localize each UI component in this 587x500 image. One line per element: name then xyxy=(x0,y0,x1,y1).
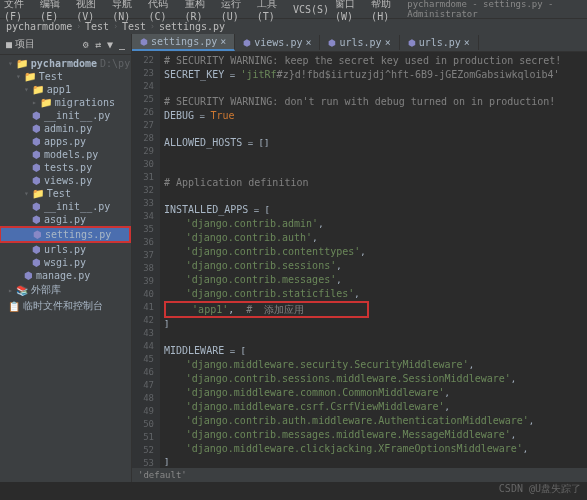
python-icon: ⬢ xyxy=(32,136,41,147)
gear-icon[interactable]: ⚙ ⇄ ▼ ⎯ xyxy=(83,39,125,50)
python-icon: ⬢ xyxy=(408,38,416,48)
tab-views[interactable]: ⬢views.py× xyxy=(235,35,320,50)
close-icon[interactable]: × xyxy=(464,37,470,48)
tree-file[interactable]: ⬢apps.py xyxy=(0,135,131,148)
tree-folder-test[interactable]: ▾📁Test xyxy=(0,70,131,83)
menu-run[interactable]: 运行(U) xyxy=(221,0,251,22)
tree-file[interactable]: ⬢urls.py xyxy=(0,243,131,256)
tree-root[interactable]: ▾📁pycharmdome D:\pycharmdome xyxy=(0,57,131,70)
menu-code[interactable]: 代码(C) xyxy=(148,0,178,22)
menu-edit[interactable]: 编辑(E) xyxy=(40,0,70,22)
folder-icon: 📁 xyxy=(40,97,52,108)
close-icon[interactable]: × xyxy=(220,36,226,47)
tree-file[interactable]: ⬢__init__.py xyxy=(0,109,131,122)
python-icon: ⬢ xyxy=(243,38,251,48)
tab-urls2[interactable]: ⬢urls.py× xyxy=(400,35,479,50)
python-icon: ⬢ xyxy=(328,38,336,48)
tree-folder-test2[interactable]: ▾📁Test xyxy=(0,187,131,200)
tree-folder-app1[interactable]: ▾📁app1 xyxy=(0,83,131,96)
menubar: 文件(F) 编辑(E) 视图(V) 导航(N) 代码(C) 重构(R) 运行(U… xyxy=(0,0,587,18)
folder-icon: 📁 xyxy=(32,84,44,95)
editor-pane: ⬢settings.py× ⬢views.py× ⬢urls.py× ⬢urls… xyxy=(132,34,587,482)
watermark: CSDN @U盘失踪了 xyxy=(499,482,581,496)
tree-file[interactable]: ⬢manage.py xyxy=(0,269,131,282)
menu-file[interactable]: 文件(F) xyxy=(4,0,34,22)
python-icon: ⬢ xyxy=(24,270,33,281)
python-icon: ⬢ xyxy=(32,162,41,173)
tree-file[interactable]: ⬢views.py xyxy=(0,174,131,187)
folder-icon: 📁 xyxy=(16,58,28,69)
project-label: ■ xyxy=(6,39,12,50)
python-icon: ⬢ xyxy=(32,175,41,186)
tree-file[interactable]: ⬢asgi.py xyxy=(0,213,131,226)
sidebar-header: ■ 项目⚙ ⇄ ▼ ⎯ xyxy=(0,34,131,55)
menu-refactor[interactable]: 重构(R) xyxy=(185,0,215,22)
close-icon[interactable]: × xyxy=(385,37,391,48)
folder-icon: 📁 xyxy=(24,71,36,82)
breadcrumb-item[interactable]: Test xyxy=(122,21,146,32)
python-icon: ⬢ xyxy=(32,244,41,255)
highlighted-file-box: ⬢settings.py xyxy=(0,226,131,243)
tree-file-settings[interactable]: ⬢settings.py xyxy=(1,228,129,241)
status-path: 'default' xyxy=(132,468,587,482)
project-sidebar: ■ 项目⚙ ⇄ ▼ ⎯ ▾📁pycharmdome D:\pycharmdome… xyxy=(0,34,132,482)
python-icon: ⬢ xyxy=(32,257,41,268)
tree-folder-migrations[interactable]: ▸📁migrations xyxy=(0,96,131,109)
tree-file[interactable]: ⬢tests.py xyxy=(0,161,131,174)
menu-window[interactable]: 窗口(W) xyxy=(335,0,365,22)
menu-help[interactable]: 帮助(H) xyxy=(371,0,401,22)
folder-icon: 📁 xyxy=(32,188,44,199)
window-title: pycharmdome - settings.py - Administrato… xyxy=(407,0,583,19)
python-icon: ⬢ xyxy=(32,110,41,121)
scratch-icon: 📋 xyxy=(8,301,20,312)
tree-file[interactable]: ⬢__init__.py xyxy=(0,200,131,213)
library-icon: 📚 xyxy=(16,285,28,296)
menu-nav[interactable]: 导航(N) xyxy=(112,0,142,22)
python-icon: ⬢ xyxy=(32,201,41,212)
tree-external-libs[interactable]: ▸📚外部库 xyxy=(0,282,131,298)
tab-settings[interactable]: ⬢settings.py× xyxy=(132,34,235,51)
line-gutter: 22 23 24 25 26 27 28 29 30 31 32 33 34 3… xyxy=(132,52,160,468)
tree-file[interactable]: ⬢models.py xyxy=(0,148,131,161)
breadcrumb-item[interactable]: Test xyxy=(85,21,109,32)
tab-urls1[interactable]: ⬢urls.py× xyxy=(320,35,399,50)
menu-vcs[interactable]: VCS(S) xyxy=(293,4,329,15)
python-icon: ⬢ xyxy=(33,229,42,240)
breadcrumb: pycharmdome› Test› Test› settings.py xyxy=(0,18,587,34)
python-icon: ⬢ xyxy=(32,123,41,134)
menu-tools[interactable]: 工具(T) xyxy=(257,0,287,22)
python-icon: ⬢ xyxy=(32,214,41,225)
editor-tabs: ⬢settings.py× ⬢views.py× ⬢urls.py× ⬢urls… xyxy=(132,34,587,52)
tree-file[interactable]: ⬢admin.py xyxy=(0,122,131,135)
breadcrumb-item[interactable]: settings.py xyxy=(159,21,225,32)
close-icon[interactable]: × xyxy=(305,37,311,48)
tree-file[interactable]: ⬢wsgi.py xyxy=(0,256,131,269)
menu-view[interactable]: 视图(V) xyxy=(76,0,106,22)
breadcrumb-item[interactable]: pycharmdome xyxy=(6,21,72,32)
python-icon: ⬢ xyxy=(140,37,148,47)
code-content[interactable]: # SECURITY WARNING: keep the secret key … xyxy=(160,52,587,468)
code-area[interactable]: 22 23 24 25 26 27 28 29 30 31 32 33 34 3… xyxy=(132,52,587,468)
python-icon: ⬢ xyxy=(32,149,41,160)
project-tree: ▾📁pycharmdome D:\pycharmdome ▾📁Test ▾📁ap… xyxy=(0,55,131,316)
tree-scratch[interactable]: 📋临时文件和控制台 xyxy=(0,298,131,314)
